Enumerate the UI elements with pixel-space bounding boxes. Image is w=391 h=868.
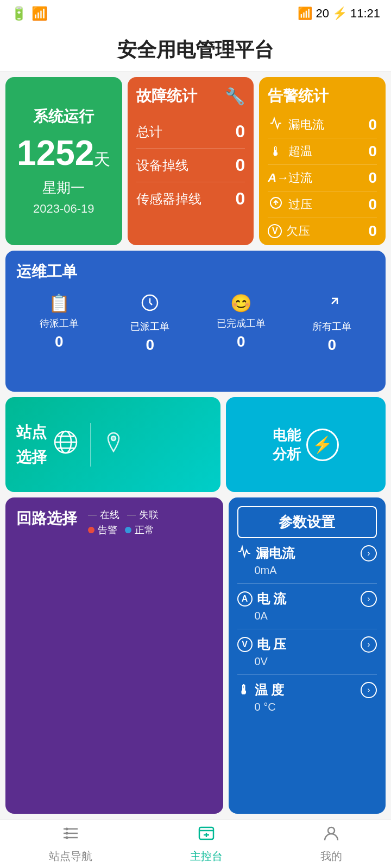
battery-percent: 20 — [316, 7, 329, 21]
overvolt-icon — [268, 196, 284, 213]
warn-label-overvolt: 过压 — [288, 196, 312, 213]
warn-row-overcurrent: A→ 过流 0 — [268, 165, 377, 192]
fault-count-device: 0 — [235, 155, 245, 175]
nav-site-label: 站点导航 — [49, 849, 92, 864]
system-weekday: 星期一 — [42, 178, 85, 197]
fault-count-total: 0 — [235, 122, 245, 142]
fault-count-sensor: 0 — [235, 189, 245, 209]
energy-title2: 分析 — [273, 445, 301, 464]
bottom-nav: 站点导航 主控台 我的 — [0, 819, 391, 868]
fault-title: 故障统计 — [136, 86, 197, 106]
row3: 站点 选择 — [5, 397, 386, 492]
warn-count-leakage: 0 — [368, 116, 377, 133]
energy-bolt-icon: ⚡ — [306, 429, 339, 461]
warn-count-overcurrent: 0 — [368, 169, 377, 187]
svg-point-15 — [66, 837, 68, 839]
warn-label-undervolt: 欠压 — [286, 223, 310, 239]
pin-icon — [102, 431, 125, 459]
param-leakage-chevron[interactable]: › — [361, 545, 377, 561]
legend-alarm-text: 告警 — [98, 524, 117, 537]
fault-row-device: 设备掉线 0 — [136, 149, 245, 182]
warning-card[interactable]: 告警统计 漏电流 0 🌡 超温 0 — [259, 77, 386, 245]
param-voltage[interactable]: V 电 压 › 0V — [237, 636, 377, 675]
temp-icon: 🌡 — [268, 144, 284, 159]
work-item-completed[interactable]: 😊 已完成工单 0 — [198, 293, 284, 354]
all-count: 0 — [327, 336, 336, 354]
param-temperature[interactable]: 🌡 温 度 › 0 °C — [237, 681, 377, 720]
system-day-unit: 天 — [94, 149, 110, 171]
system-card[interactable]: 系统运行 1252 天 星期一 2023-06-19 — [5, 77, 122, 245]
warn-label-temp: 超温 — [288, 143, 312, 159]
site-card[interactable]: 站点 选择 — [5, 397, 220, 492]
leakage-icon — [268, 117, 284, 133]
nav-site[interactable]: 站点导航 — [49, 824, 92, 864]
nav-profile[interactable]: 我的 — [320, 824, 342, 864]
row1: 系统运行 1252 天 星期一 2023-06-19 故障统计 🔧 总计 0 设… — [5, 77, 386, 245]
workorder-card[interactable]: 运维工单 📋 待派工单 0 已派工单 0 — [5, 251, 386, 392]
param-voltage-icon: V — [237, 637, 253, 652]
battery-icon: 🔋 — [11, 6, 27, 21]
work-item-dispatched[interactable]: 已派工单 0 — [108, 293, 193, 354]
signal-icon: 📶 — [298, 7, 312, 21]
svg-line-3 — [332, 298, 337, 304]
nav-profile-label: 我的 — [320, 849, 342, 864]
alarm-dot — [88, 527, 94, 533]
param-current[interactable]: A 电 流 › 0A — [237, 590, 377, 629]
param-temp-value: 0 °C — [255, 701, 377, 713]
param-leakage[interactable]: 漏电流 › 0mA — [237, 545, 377, 584]
param-voltage-value: 0V — [255, 655, 377, 668]
work-item-pending[interactable]: 📋 待派工单 0 — [16, 293, 102, 354]
fault-row-sensor: 传感器掉线 0 — [136, 182, 245, 215]
warn-row-leakage: 漏电流 0 — [268, 112, 377, 138]
legend-alarm: 告警 正常 — [88, 524, 159, 537]
warn-count-undervolt: 0 — [368, 222, 377, 240]
undervolt-icon: V — [268, 224, 282, 238]
svg-point-9 — [111, 436, 116, 441]
param-temp-chevron[interactable]: › — [361, 682, 377, 698]
param-leakage-icon — [237, 545, 251, 562]
circuit-legend: — 在线 — 失联 告警 正常 — [88, 508, 159, 537]
pending-count: 0 — [55, 333, 64, 350]
param-current-icon: A — [237, 591, 253, 607]
svg-point-13 — [66, 828, 68, 831]
work-item-all[interactable]: 所有工单 0 — [289, 293, 375, 354]
fault-label-sensor: 传感器掉线 — [136, 190, 201, 208]
completed-icon: 😊 — [230, 293, 252, 314]
energy-card[interactable]: 电能 分析 ⚡ — [226, 397, 386, 492]
warn-row-undervolt: V 欠压 0 — [268, 218, 377, 244]
warn-row-temp: 🌡 超温 0 — [268, 138, 377, 165]
fault-card[interactable]: 故障统计 🔧 总计 0 设备掉线 0 传感器掉线 0 — [128, 77, 254, 245]
system-days: 1252 — [17, 136, 94, 170]
param-current-chevron[interactable]: › — [361, 591, 377, 607]
dispatched-count: 0 — [146, 336, 154, 354]
param-temp-label: 温 度 — [255, 681, 285, 699]
warn-count-temp: 0 — [368, 143, 377, 160]
nav-dashboard[interactable]: 主控台 — [190, 824, 223, 864]
params-settings-button[interactable]: 参数设置 — [237, 506, 377, 538]
warn-count-overvolt: 0 — [368, 196, 377, 213]
svg-point-20 — [328, 827, 335, 834]
legend-online: — 在线 — 失联 — [88, 508, 159, 521]
all-icon — [322, 293, 342, 317]
workorder-title: 运维工单 — [16, 261, 375, 282]
energy-title1: 电能 — [273, 426, 301, 445]
main-content: 系统运行 1252 天 星期一 2023-06-19 故障统计 🔧 总计 0 设… — [0, 72, 391, 819]
wifi-icon: 📶 — [31, 6, 48, 21]
site-title2: 选择 — [16, 447, 47, 468]
svg-point-14 — [66, 832, 68, 835]
status-bar: 🔋 📶 📶 20 ⚡ 11:21 — [0, 0, 391, 27]
param-voltage-chevron[interactable]: › — [361, 636, 377, 653]
param-leakage-value: 0mA — [255, 564, 377, 577]
status-left: 🔋 📶 — [11, 6, 48, 21]
nav-dashboard-icon — [197, 824, 216, 847]
dispatched-label: 已派工单 — [130, 320, 169, 333]
circuit-area — [16, 542, 212, 748]
param-leakage-label: 漏电流 — [256, 545, 295, 562]
circuit-title: 回路选择 — [16, 508, 77, 529]
param-current-label: 电 流 — [257, 590, 287, 608]
page-title: 安全用电管理平台 — [0, 27, 391, 72]
circuit-card[interactable]: 回路选择 — 在线 — 失联 告警 正常 — [5, 497, 223, 814]
normal-dot — [125, 527, 131, 533]
warning-title: 告警统计 — [268, 86, 377, 106]
dispatched-icon — [140, 293, 160, 317]
